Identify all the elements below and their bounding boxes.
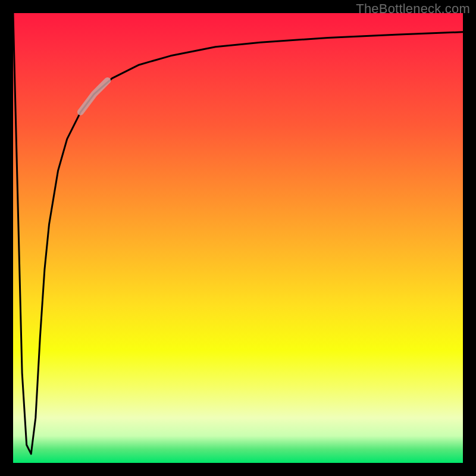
highlight-segment bbox=[80, 80, 107, 112]
bottleneck-curve bbox=[13, 13, 463, 454]
curve-layer bbox=[13, 13, 463, 463]
plot-area bbox=[13, 13, 463, 463]
chart-frame: TheBottleneck.com bbox=[0, 0, 476, 476]
watermark-text: TheBottleneck.com bbox=[356, 1, 470, 17]
